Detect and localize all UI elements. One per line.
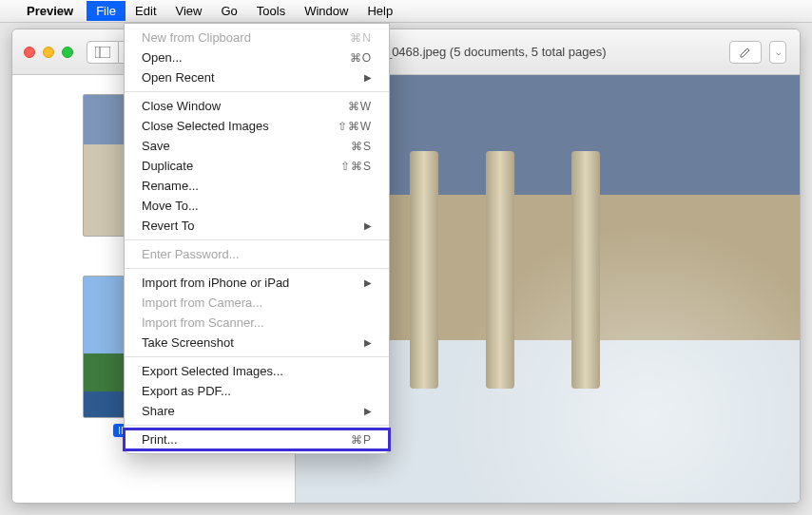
pen-icon — [739, 46, 752, 59]
menuitem-export-as-pdf[interactable]: Export as PDF... — [125, 381, 389, 401]
menuitem-label: Export as PDF... — [142, 384, 231, 398]
menuitem-close-selected-images[interactable]: Close Selected Images⇧⌘W — [125, 116, 389, 136]
menuitem-save[interactable]: Save⌘S — [125, 136, 389, 156]
menuitem-label: Share — [142, 404, 175, 418]
menuitem-enter-password: Enter Password... — [125, 244, 389, 264]
menuitem-label: Open Recent — [142, 70, 215, 85]
menuitem-close-window[interactable]: Close Window⌘W — [125, 96, 389, 116]
submenu-arrow-icon: ▶ — [364, 277, 372, 288]
menuitem-label: Duplicate — [142, 159, 193, 173]
window-title-text: IMG_0468.jpeg (5 documents, 5 total page… — [361, 45, 606, 59]
menu-edit[interactable]: Edit — [126, 1, 165, 21]
menu-separator — [125, 356, 389, 357]
menuitem-label: Import from Camera... — [142, 296, 262, 310]
menuitem-print[interactable]: Print...⌘P — [125, 429, 389, 449]
menuitem-share[interactable]: Share▶ — [125, 401, 389, 421]
sidebar-icon — [95, 47, 110, 58]
markup-dropdown[interactable]: ⌵ — [769, 41, 786, 64]
menuitem-move-to[interactable]: Move To... — [125, 196, 389, 216]
minimize-window-button[interactable] — [43, 47, 54, 58]
menuitem-label: New from Clipboard — [142, 30, 251, 45]
menuitem-label: Open... — [142, 50, 183, 65]
submenu-arrow-icon: ▶ — [364, 72, 372, 83]
submenu-arrow-icon: ▶ — [364, 337, 372, 348]
menuitem-export-selected-images[interactable]: Export Selected Images... — [125, 361, 389, 381]
chevron-down-icon: ⌵ — [776, 48, 781, 57]
menuitem-label: Enter Password... — [142, 247, 240, 261]
menuitem-label: Import from Scanner... — [142, 315, 264, 330]
menu-tools[interactable]: Tools — [247, 1, 295, 21]
close-window-button[interactable] — [24, 47, 35, 58]
menu-go[interactable]: Go — [211, 1, 246, 21]
menuitem-label: Export Selected Images... — [142, 364, 283, 378]
markup-button[interactable] — [729, 41, 762, 64]
menu-view[interactable]: View — [166, 1, 212, 21]
view-mode-button[interactable] — [87, 41, 119, 64]
menuitem-import-from-scanner: Import from Scanner... — [125, 313, 389, 333]
menuitem-duplicate[interactable]: Duplicate⇧⌘S — [125, 156, 389, 176]
menu-separator — [125, 425, 389, 426]
menuitem-shortcut: ⌘S — [351, 140, 372, 153]
menuitem-shortcut: ⇧⌘W — [338, 120, 372, 133]
menuitem-shortcut: ⌘N — [350, 31, 372, 45]
menu-file[interactable]: File — [87, 1, 126, 21]
menuitem-shortcut: ⌘W — [348, 100, 372, 113]
menuitem-label: Close Window — [142, 99, 221, 113]
window-controls — [12, 47, 73, 58]
menuitem-label: Take Screenshot — [142, 335, 234, 350]
menuitem-label: Close Selected Images — [142, 119, 269, 133]
menuitem-label: Rename... — [142, 179, 199, 193]
menuitem-import-from-camera: Import from Camera... — [125, 293, 389, 313]
menuitem-open[interactable]: Open...⌘O — [125, 48, 389, 67]
menu-separator — [125, 91, 389, 92]
menuitem-label: Save — [142, 139, 170, 153]
submenu-arrow-icon: ▶ — [364, 406, 372, 416]
menu-separator — [125, 239, 389, 240]
menuitem-rename[interactable]: Rename... — [125, 176, 389, 196]
menuitem-open-recent[interactable]: Open Recent▶ — [125, 67, 389, 87]
menuitem-label: Import from iPhone or iPad — [142, 276, 289, 290]
menuitem-label: Print... — [142, 432, 178, 447]
menuitem-new-from-clipboard: New from Clipboard⌘N — [125, 28, 389, 48]
menu-separator — [125, 268, 389, 269]
menuitem-shortcut: ⌘O — [350, 51, 372, 65]
svg-rect-0 — [95, 47, 110, 58]
menuitem-shortcut: ⌘P — [351, 433, 372, 447]
submenu-arrow-icon: ▶ — [364, 220, 372, 231]
menuitem-import-from-iphone-or-ipad[interactable]: Import from iPhone or iPad▶ — [125, 273, 389, 293]
menuitem-take-screenshot[interactable]: Take Screenshot▶ — [125, 333, 389, 353]
menuitem-label: Move To... — [142, 199, 199, 213]
menuitem-revert-to[interactable]: Revert To▶ — [125, 216, 389, 236]
fullscreen-window-button[interactable] — [62, 47, 73, 58]
menu-window[interactable]: Window — [295, 1, 358, 21]
menu-help[interactable]: Help — [358, 1, 402, 21]
system-menubar: Preview File Edit View Go Tools Window H… — [0, 0, 812, 23]
file-menu-dropdown: New from Clipboard⌘NOpen...⌘OOpen Recent… — [124, 23, 390, 454]
menuitem-shortcut: ⇧⌘S — [340, 160, 372, 173]
app-name[interactable]: Preview — [27, 4, 73, 18]
menuitem-label: Revert To — [142, 219, 194, 233]
